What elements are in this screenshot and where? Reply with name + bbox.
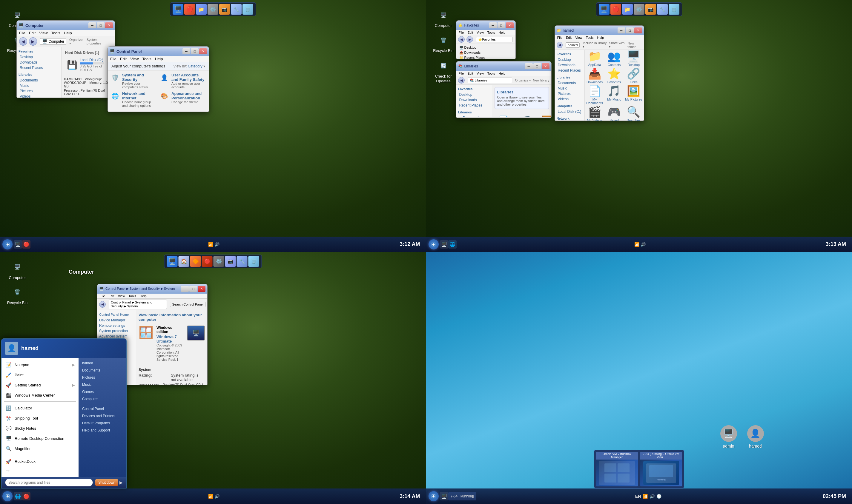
cp-close-btn[interactable]: ✕ [199,48,207,54]
dock-q2-icon-4[interactable]: ⚙️ [634,4,644,15]
named-include[interactable]: Include in library ▾ [583,41,607,49]
lib-recent[interactable]: Recent Places [458,103,490,108]
lib-downloads[interactable]: Downloads [458,97,490,103]
lib-min[interactable]: ─ [525,63,533,69]
start-getting-started[interactable]: 🚀 Getting Started ▶ [1,380,79,390]
menu-help[interactable]: Help [64,31,72,35]
cp-appearance[interactable]: 🎨 Appearance and Personalization Change … [159,91,206,107]
sidebar-desktop[interactable]: Desktop [18,54,59,60]
dock-q3-icon-5[interactable]: ⚙️ [213,256,224,267]
lib-back[interactable]: ◀ [458,77,465,84]
sys-max[interactable]: □ [189,286,197,292]
cp-menu-tools[interactable]: Tools [142,57,151,61]
folder-desktop[interactable]: 🖥️Desktop [625,51,642,67]
close-btn[interactable]: ✕ [105,22,113,28]
cp-home-link[interactable]: Control Panel Home [99,313,134,316]
named-view[interactable]: View [575,36,583,39]
folder-my-pictures[interactable]: 🖼️My Pictures [625,86,642,105]
cp-menu-edit[interactable]: Edit [120,57,127,61]
lib-desktop[interactable]: Desktop [458,92,490,97]
sys-min[interactable]: ─ [181,286,189,292]
start-right-cp[interactable]: Control Panel [79,405,126,412]
dock-q3-icon-2[interactable]: 🏠 [178,256,189,267]
dock-icon-4[interactable]: 📷 [219,4,230,15]
start-btn-q2[interactable]: ⊞ [429,239,439,250]
start-btn-q3[interactable]: ⊞ [2,491,13,501]
taskbar-q2-icon-1[interactable]: 🖥️ [440,240,448,249]
named-addr[interactable]: named [566,42,580,48]
maximize-btn[interactable]: □ [97,22,105,28]
menu-edit[interactable]: Edit [29,31,36,35]
start-btn-q1[interactable]: ⊞ [2,239,13,250]
fav-help[interactable]: Help [499,31,506,34]
taskbar-q4-vbox[interactable]: 🖥️ [440,492,448,500]
lib-new[interactable]: New library [533,78,549,82]
fav-back[interactable]: ◀ [458,36,465,43]
start-magnifier[interactable]: 🔍 Magnifier [1,444,79,454]
sys-back-btn[interactable]: ◀ [99,301,106,308]
lib-max[interactable]: □ [533,63,541,69]
folder-downloads[interactable]: 📥Downloads [586,68,604,84]
start-sticky[interactable]: 💬 Sticky Notes [1,423,79,433]
named-lib-music[interactable]: Music [557,86,583,91]
cp-menu-view[interactable]: View [130,57,139,61]
dock-q3-computer[interactable]: 🖥️ [167,256,178,267]
dock-q3-icon-4[interactable]: 🔴 [202,256,213,267]
fav-max[interactable]: □ [498,22,505,28]
dock-icon-5[interactable]: 🔧 [231,4,242,15]
sidebar-documents[interactable]: Documents [18,77,59,83]
lib-organize[interactable]: Organize ▾ [515,78,531,83]
back-btn[interactable]: ◀ [19,37,27,46]
menu-file[interactable]: File [19,31,25,35]
start-right-documents[interactable]: Documents [79,367,126,374]
system-protection-link[interactable]: System protection [99,329,134,333]
sidebar-music[interactable]: Music [18,83,59,88]
folder-my-videos[interactable]: 🎬My Videos [586,107,604,121]
cp-menu-help[interactable]: Help [155,57,163,61]
sys-view[interactable]: View [118,294,125,298]
taskbar-q3-icon-1[interactable]: 🌐 [14,492,22,500]
start-right-games[interactable]: Games [79,388,126,395]
lib-titlebar[interactable]: 📚 Libraries ─ □ ✕ [456,61,551,71]
start-arrow-more[interactable]: → [1,466,79,475]
sys-tools[interactable]: Tools [128,294,136,298]
fav-tools[interactable]: Tools [487,31,495,34]
cp-menu-file[interactable]: File [110,57,117,61]
dock-q3-icon-3[interactable]: 🔶 [190,256,201,267]
favorites-titlebar[interactable]: ⭐ Favorites ─ □ ✕ [456,21,516,30]
cp-system-security[interactable]: 🛡️ System and Security Review your compu… [110,73,157,89]
system-props-btn[interactable]: System properties [87,38,112,45]
start-right-help[interactable]: Help and Support [79,427,126,434]
dock-q3-icon-6[interactable]: 📷 [225,256,236,267]
fav-close[interactable]: ✕ [506,22,514,28]
desktop-icon-recycle-q2[interactable]: 🗑️ Recycle Bin [432,33,455,53]
fav-edit[interactable]: Edit [467,31,473,34]
cp-user-accounts[interactable]: 👤 User Accounts and Family Safety Add or… [159,73,206,89]
dock-icon-6[interactable]: 🗑️ [243,4,253,15]
desktop-icon-updates[interactable]: 🔄 Check for Updates [432,58,455,83]
start-search-input[interactable] [5,479,93,486]
menu-view[interactable]: View [39,31,48,35]
folder-searches[interactable]: 🔍Searches [625,107,642,121]
named-edit[interactable]: Edit [566,36,572,39]
folder-appdata[interactable]: 📁AppData [586,51,604,67]
dock-q2-icon-1[interactable]: 🖥️ [599,4,609,15]
local-disk-item[interactable]: 💾 Local Disk (C:) 8.95 GB free of 19.5 G… [65,57,111,73]
folder-favorites[interactable]: ⭐Favorites [605,68,623,84]
menu-tools[interactable]: Tools [51,31,60,35]
desktop-icon-computer-q2[interactable]: 🖥️ Computer [432,8,455,28]
minimize-btn[interactable]: ─ [88,22,96,28]
dock-icon-2[interactable]: 📁 [196,4,207,15]
dock-icon-1[interactable]: 🔴 [184,4,195,15]
sidebar-downloads[interactable]: Downloads [18,60,59,65]
start-right-hamed[interactable]: hamed [79,360,126,367]
dock-q2-icon-2[interactable]: 🔴 [610,4,621,15]
user-hamed[interactable]: 👤 hamed [747,425,764,449]
vbox-thumb-1[interactable]: Oracle VM VirtualBox Manager [596,452,638,486]
dock-q2-icon-3[interactable]: 📁 [622,4,633,15]
lib-edit[interactable]: Edit [467,72,473,75]
start-right-default[interactable]: Default Programs [79,419,126,427]
taskbar-q2-icon-2[interactable]: 🌐 [448,240,457,249]
lib-tools[interactable]: Tools [487,72,495,75]
start-wmc[interactable]: 🎬 Windows Media Center [1,390,79,400]
